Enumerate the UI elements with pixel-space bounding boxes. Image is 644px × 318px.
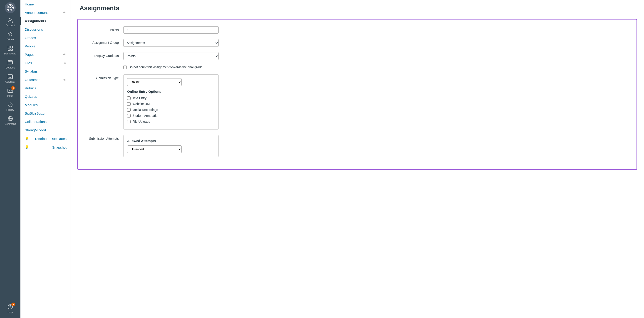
nav-syllabus[interactable]: Syllabus	[20, 67, 70, 75]
help-label: Help	[8, 311, 13, 314]
history-icon	[7, 102, 13, 107]
do-not-count-text: Do not count this assignment towards the…	[128, 65, 202, 69]
help-badge: 6	[11, 303, 15, 306]
submission-type-box: Online No Submission On Paper External T…	[123, 74, 219, 129]
display-grade-select[interactable]: Points Percentage Letter Grade GPA Scale…	[123, 52, 219, 60]
online-entry-title: Online Entry Options	[127, 90, 215, 93]
do-not-count-row: Do not count this assignment towards the…	[82, 65, 632, 69]
submission-type-select[interactable]: Online No Submission On Paper External T…	[127, 78, 182, 86]
display-grade-control: Points Percentage Letter Grade GPA Scale…	[123, 52, 219, 60]
allowed-attempts-title: Allowed Attempts	[127, 139, 215, 143]
outcomes-visibility-icon[interactable]: 👁	[63, 78, 66, 82]
nav-item-history[interactable]: History	[0, 99, 20, 113]
submission-attempts-row: Submission Attempts Allowed Attempts Unl…	[82, 135, 632, 157]
assignment-form: Points Assignment Group Assignments Quiz…	[77, 19, 637, 170]
nav-item-calendar[interactable]: Calendar	[0, 71, 20, 85]
svg-point-4	[8, 7, 9, 8]
assignment-group-select[interactable]: Assignments Quizzes Essays	[123, 39, 219, 47]
website-url-checkbox[interactable]	[127, 102, 130, 106]
svg-rect-15	[8, 60, 12, 64]
nav-outcomes[interactable]: Outcomes 👁	[20, 75, 70, 84]
submission-type-row: Submission Type Online No Submission On …	[82, 74, 632, 129]
nav-rubrics[interactable]: Rubrics	[20, 84, 70, 92]
nav-distribute-due-dates[interactable]: 💡 Distribute Due Dates	[20, 134, 70, 143]
nav-discussions[interactable]: Discussions	[20, 25, 70, 33]
course-nav: Home Announcements 👁 Assignments Discuss…	[20, 0, 70, 318]
inbox-icon: 6	[7, 87, 13, 93]
website-url-option: Website URL	[127, 102, 215, 106]
points-control	[123, 26, 219, 33]
website-url-label: Website URL	[132, 102, 151, 106]
svg-rect-11	[8, 46, 10, 48]
page-header: Assignments	[70, 0, 644, 14]
do-not-count-checkbox[interactable]	[123, 65, 127, 69]
nav-bigbluebutton[interactable]: BigBlueButton	[20, 109, 70, 117]
svg-rect-16	[8, 75, 12, 79]
media-recordings-option: Media Recordings	[127, 108, 215, 112]
nav-item-dashboard[interactable]: Dashboard	[0, 43, 20, 57]
points-label: Points	[82, 26, 119, 32]
points-input[interactable]	[123, 26, 219, 33]
help-icon: 6	[7, 304, 13, 310]
text-entry-option: Text Entry	[127, 96, 215, 100]
media-recordings-label: Media Recordings	[132, 108, 158, 112]
assignment-group-control: Assignments Quizzes Essays	[123, 39, 219, 47]
page-title: Assignments	[80, 4, 635, 12]
file-uploads-label: File Uploads	[132, 120, 150, 123]
svg-point-1	[10, 7, 11, 8]
nav-item-account[interactable]: Account	[0, 15, 20, 29]
nav-home[interactable]: Home	[20, 0, 70, 8]
media-recordings-checkbox[interactable]	[127, 108, 130, 112]
file-uploads-checkbox[interactable]	[127, 120, 130, 123]
nav-files[interactable]: Files 👁	[20, 59, 70, 67]
nav-pages[interactable]: Pages 👁	[20, 50, 70, 59]
calendar-label: Calendar	[5, 80, 16, 83]
nav-item-help[interactable]: 6 Help	[0, 302, 20, 316]
admin-icon	[7, 31, 13, 37]
text-entry-label: Text Entry	[132, 96, 146, 100]
nav-item-admin[interactable]: Admin	[0, 29, 20, 43]
assignment-group-row: Assignment Group Assignments Quizzes Ess…	[82, 39, 632, 47]
nav-announcements[interactable]: Announcements 👁	[20, 8, 70, 17]
account-icon	[7, 17, 13, 23]
student-annotation-option: Student Annotation	[127, 114, 215, 117]
student-annotation-checkbox[interactable]	[127, 114, 130, 117]
nav-assignments[interactable]: Assignments	[20, 17, 70, 25]
nav-grades[interactable]: Grades	[20, 33, 70, 42]
nav-item-inbox[interactable]: 6 Inbox	[0, 85, 20, 99]
svg-point-10	[9, 18, 11, 20]
svg-point-22	[10, 308, 10, 309]
file-uploads-option: File Uploads	[127, 120, 215, 123]
svg-rect-12	[11, 46, 12, 48]
svg-point-9	[8, 9, 9, 10]
commons-label: Commons	[4, 122, 16, 125]
distribute-bulb-icon: 💡	[25, 137, 29, 141]
dashboard-label: Dashboard	[4, 52, 16, 55]
nav-people[interactable]: People	[20, 42, 70, 50]
nav-item-courses[interactable]: Courses	[0, 57, 20, 71]
nav-quizzes[interactable]: Quizzes	[20, 92, 70, 101]
svg-point-7	[11, 9, 12, 10]
announcements-visibility-icon[interactable]: 👁	[63, 11, 66, 14]
online-entry-options: Online Entry Options Text Entry Website …	[127, 90, 215, 123]
account-label: Account	[6, 24, 15, 27]
display-grade-row: Display Grade as Points Percentage Lette…	[82, 52, 632, 60]
nav-collaborations[interactable]: Collaborations	[20, 117, 70, 126]
svg-point-3	[10, 9, 11, 10]
svg-point-2	[10, 5, 11, 6]
svg-rect-13	[8, 49, 10, 50]
inbox-badge: 6	[11, 86, 15, 90]
text-entry-checkbox[interactable]	[127, 96, 130, 100]
files-visibility-icon[interactable]: 👁	[63, 61, 66, 65]
commons-icon	[7, 116, 13, 122]
nav-strongminded[interactable]: StrongMinded	[20, 126, 70, 134]
courses-icon	[7, 59, 13, 65]
nav-item-commons[interactable]: Commons	[0, 113, 20, 127]
allowed-attempts-select[interactable]: Unlimited 1 2 3 4 5	[127, 145, 182, 153]
submission-type-label: Submission Type	[82, 74, 119, 80]
nav-snapshot[interactable]: 💡 Snapshot	[20, 143, 70, 152]
pages-visibility-icon[interactable]: 👁	[63, 53, 66, 56]
nav-modules[interactable]: Modules	[20, 101, 70, 109]
svg-point-8	[11, 6, 12, 6]
attempts-box: Allowed Attempts Unlimited 1 2 3 4 5	[123, 135, 219, 157]
